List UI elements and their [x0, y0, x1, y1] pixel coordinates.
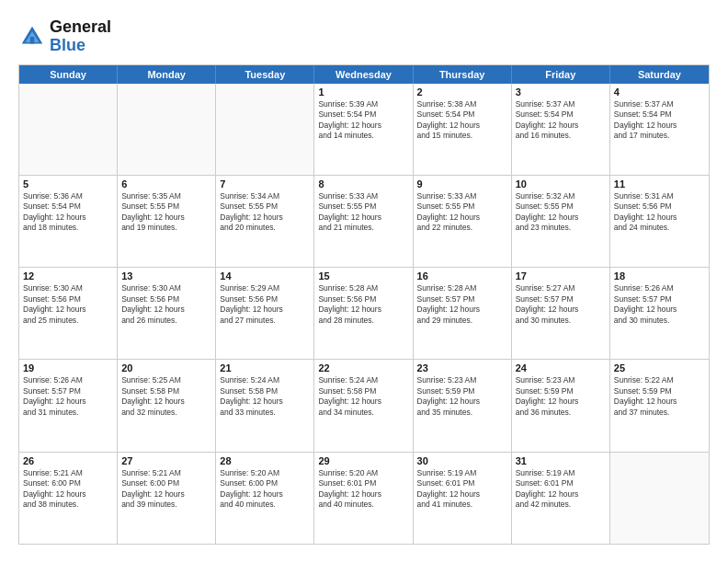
day-number: 14 [220, 270, 310, 282]
cell-text: Sunrise: 5:35 AM Sunset: 5:55 PM Dayligh… [121, 191, 211, 234]
cal-cell [118, 84, 216, 175]
cell-text: Sunrise: 5:24 AM Sunset: 5:58 PM Dayligh… [220, 375, 310, 418]
cell-text: Sunrise: 5:30 AM Sunset: 5:56 PM Dayligh… [121, 283, 211, 326]
cal-cell: 3Sunrise: 5:37 AM Sunset: 5:54 PM Daylig… [512, 84, 610, 175]
cal-cell: 4Sunrise: 5:37 AM Sunset: 5:54 PM Daylig… [610, 84, 709, 175]
header-day-friday: Friday [512, 65, 610, 84]
cell-text: Sunrise: 5:26 AM Sunset: 5:57 PM Dayligh… [614, 283, 705, 326]
day-number: 26 [23, 455, 113, 466]
cal-cell: 18Sunrise: 5:26 AM Sunset: 5:57 PM Dayli… [610, 268, 709, 359]
week-row-0: 1Sunrise: 5:39 AM Sunset: 5:54 PM Daylig… [19, 84, 709, 176]
cal-cell: 8Sunrise: 5:33 AM Sunset: 5:55 PM Daylig… [314, 176, 413, 267]
day-number: 15 [318, 270, 408, 282]
cal-cell: 16Sunrise: 5:28 AM Sunset: 5:57 PM Dayli… [414, 268, 512, 359]
cal-cell: 17Sunrise: 5:27 AM Sunset: 5:57 PM Dayli… [512, 268, 610, 359]
day-number: 30 [417, 455, 507, 466]
cell-text: Sunrise: 5:26 AM Sunset: 5:57 PM Dayligh… [23, 375, 113, 418]
week-row-2: 12Sunrise: 5:30 AM Sunset: 5:56 PM Dayli… [19, 268, 709, 360]
calendar-body: 1Sunrise: 5:39 AM Sunset: 5:54 PM Daylig… [19, 84, 709, 544]
day-number: 16 [417, 270, 507, 282]
day-number: 17 [516, 270, 606, 282]
cell-text: Sunrise: 5:21 AM Sunset: 6:00 PM Dayligh… [121, 468, 211, 511]
cell-text: Sunrise: 5:32 AM Sunset: 5:55 PM Dayligh… [516, 191, 606, 234]
cell-text: Sunrise: 5:28 AM Sunset: 5:56 PM Dayligh… [318, 283, 408, 326]
logo: General Blue [18, 18, 111, 55]
day-number: 11 [614, 178, 705, 190]
cal-cell: 1Sunrise: 5:39 AM Sunset: 5:54 PM Daylig… [314, 84, 413, 175]
cal-cell: 25Sunrise: 5:22 AM Sunset: 5:59 PM Dayli… [610, 360, 709, 451]
cal-cell: 6Sunrise: 5:35 AM Sunset: 5:55 PM Daylig… [118, 176, 216, 267]
cell-text: Sunrise: 5:36 AM Sunset: 5:54 PM Dayligh… [23, 191, 113, 234]
day-number: 4 [614, 86, 705, 98]
day-number: 19 [23, 362, 113, 373]
cell-text: Sunrise: 5:28 AM Sunset: 5:57 PM Dayligh… [417, 283, 507, 326]
logo-blue: Blue [50, 36, 85, 54]
header-day-sunday: Sunday [19, 65, 118, 84]
day-number: 23 [417, 362, 507, 373]
calendar-header: SundayMondayTuesdayWednesdayThursdayFrid… [19, 65, 709, 84]
cal-cell: 30Sunrise: 5:19 AM Sunset: 6:01 PM Dayli… [414, 453, 512, 544]
day-number: 13 [121, 270, 211, 282]
week-row-1: 5Sunrise: 5:36 AM Sunset: 5:54 PM Daylig… [19, 176, 709, 268]
cell-text: Sunrise: 5:25 AM Sunset: 5:58 PM Dayligh… [121, 375, 211, 418]
cal-cell [19, 84, 118, 175]
cal-cell: 2Sunrise: 5:38 AM Sunset: 5:54 PM Daylig… [414, 84, 512, 175]
cell-text: Sunrise: 5:34 AM Sunset: 5:55 PM Dayligh… [220, 191, 310, 234]
cal-cell: 7Sunrise: 5:34 AM Sunset: 5:55 PM Daylig… [216, 176, 314, 267]
cell-text: Sunrise: 5:30 AM Sunset: 5:56 PM Dayligh… [23, 283, 113, 326]
cell-text: Sunrise: 5:23 AM Sunset: 5:59 PM Dayligh… [516, 375, 606, 418]
logo-icon [18, 23, 46, 51]
cell-text: Sunrise: 5:33 AM Sunset: 5:55 PM Dayligh… [318, 191, 408, 234]
day-number: 2 [417, 86, 507, 98]
day-number: 12 [23, 270, 113, 282]
cell-text: Sunrise: 5:38 AM Sunset: 5:54 PM Dayligh… [417, 99, 507, 142]
cal-cell: 27Sunrise: 5:21 AM Sunset: 6:00 PM Dayli… [118, 453, 216, 544]
cell-text: Sunrise: 5:33 AM Sunset: 5:55 PM Dayligh… [417, 191, 507, 234]
calendar: SundayMondayTuesdayWednesdayThursdayFrid… [18, 64, 710, 545]
cal-cell: 31Sunrise: 5:19 AM Sunset: 6:01 PM Dayli… [512, 453, 610, 544]
cell-text: Sunrise: 5:21 AM Sunset: 6:00 PM Dayligh… [23, 468, 113, 511]
cal-cell: 13Sunrise: 5:30 AM Sunset: 5:56 PM Dayli… [118, 268, 216, 359]
cal-cell [216, 84, 314, 175]
header-day-wednesday: Wednesday [314, 65, 413, 84]
header-day-saturday: Saturday [610, 65, 709, 84]
day-number: 20 [121, 362, 211, 373]
cal-cell: 26Sunrise: 5:21 AM Sunset: 6:00 PM Dayli… [19, 453, 118, 544]
day-number: 31 [516, 455, 606, 466]
day-number: 29 [318, 455, 408, 466]
cal-cell: 23Sunrise: 5:23 AM Sunset: 5:59 PM Dayli… [414, 360, 512, 451]
cell-text: Sunrise: 5:37 AM Sunset: 5:54 PM Dayligh… [614, 99, 705, 142]
header-day-thursday: Thursday [414, 65, 512, 84]
cell-text: Sunrise: 5:20 AM Sunset: 6:01 PM Dayligh… [318, 468, 408, 511]
cal-cell: 5Sunrise: 5:36 AM Sunset: 5:54 PM Daylig… [19, 176, 118, 267]
day-number: 5 [23, 178, 113, 190]
cell-text: Sunrise: 5:24 AM Sunset: 5:58 PM Dayligh… [318, 375, 408, 418]
cal-cell: 12Sunrise: 5:30 AM Sunset: 5:56 PM Dayli… [19, 268, 118, 359]
cal-cell: 15Sunrise: 5:28 AM Sunset: 5:56 PM Dayli… [314, 268, 413, 359]
page: General Blue SundayMondayTuesdayWednesda… [0, 0, 728, 563]
cal-cell: 29Sunrise: 5:20 AM Sunset: 6:01 PM Dayli… [314, 453, 413, 544]
cell-text: Sunrise: 5:37 AM Sunset: 5:54 PM Dayligh… [516, 99, 606, 142]
logo-text: General Blue [50, 18, 111, 55]
cal-cell: 10Sunrise: 5:32 AM Sunset: 5:55 PM Dayli… [512, 176, 610, 267]
cell-text: Sunrise: 5:19 AM Sunset: 6:01 PM Dayligh… [417, 468, 507, 511]
cal-cell: 19Sunrise: 5:26 AM Sunset: 5:57 PM Dayli… [19, 360, 118, 451]
day-number: 10 [516, 178, 606, 190]
day-number: 7 [220, 178, 310, 190]
day-number: 18 [614, 270, 705, 282]
day-number: 21 [220, 362, 310, 373]
day-number: 28 [220, 455, 310, 466]
day-number: 27 [121, 455, 211, 466]
day-number: 24 [516, 362, 606, 373]
cell-text: Sunrise: 5:19 AM Sunset: 6:01 PM Dayligh… [516, 468, 606, 511]
day-number: 8 [318, 178, 408, 190]
day-number: 1 [318, 86, 408, 98]
cell-text: Sunrise: 5:23 AM Sunset: 5:59 PM Dayligh… [417, 375, 507, 418]
day-number: 6 [121, 178, 211, 190]
logo-general: General [50, 17, 111, 36]
cell-text: Sunrise: 5:22 AM Sunset: 5:59 PM Dayligh… [614, 375, 705, 418]
cal-cell: 9Sunrise: 5:33 AM Sunset: 5:55 PM Daylig… [414, 176, 512, 267]
cell-text: Sunrise: 5:20 AM Sunset: 6:00 PM Dayligh… [220, 468, 310, 511]
cell-text: Sunrise: 5:31 AM Sunset: 5:56 PM Dayligh… [614, 191, 705, 234]
cell-text: Sunrise: 5:39 AM Sunset: 5:54 PM Dayligh… [318, 99, 408, 142]
